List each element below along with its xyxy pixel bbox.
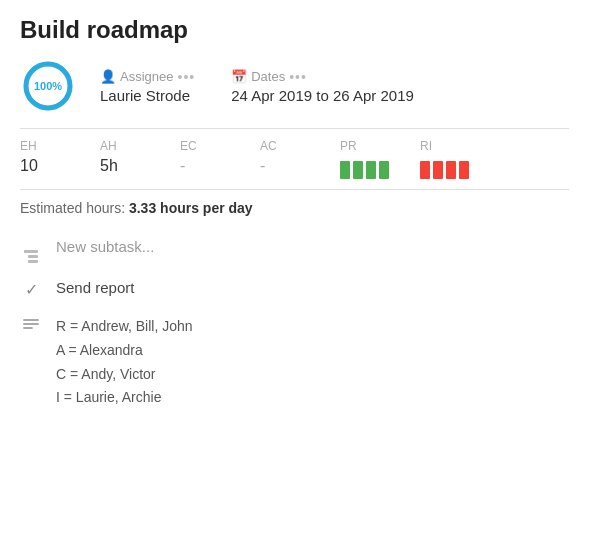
stat-ec: EC - xyxy=(180,139,260,175)
page-title: Build roadmap xyxy=(20,16,569,44)
ri-bar-1 xyxy=(420,161,430,179)
stat-ec-value: - xyxy=(180,157,260,175)
stats-row: EH 10 AH 5h EC - AC - PR RI xyxy=(20,139,569,190)
top-divider xyxy=(20,128,569,129)
task-list: New subtask... ✓ Send report R = Andrew,… xyxy=(20,230,569,418)
assignee-icon: 👤 xyxy=(100,69,116,84)
meta-block: 👤 Assignee ••• Laurie Strode 📅 Dates •••… xyxy=(100,69,414,104)
notes-line-2: A = Alexandra xyxy=(56,339,193,363)
stat-pr-bars xyxy=(340,157,420,179)
estimated-value: 3.33 hours per day xyxy=(129,200,253,216)
notes-text: R = Andrew, Bill, John A = Alexandra C =… xyxy=(56,315,193,410)
new-subtask-item[interactable]: New subtask... xyxy=(20,230,569,271)
dates-value: 24 Apr 2019 to 26 Apr 2019 xyxy=(231,87,414,104)
subtask-icon xyxy=(20,238,42,263)
stat-pr-label: PR xyxy=(340,139,420,153)
dates-dots[interactable]: ••• xyxy=(289,69,307,85)
top-row: 100% 👤 Assignee ••• Laurie Strode 📅 Date… xyxy=(20,58,569,114)
ri-bar-2 xyxy=(433,161,443,179)
ri-bar-3 xyxy=(446,161,456,179)
notes-line-3: C = Andy, Victor xyxy=(56,363,193,387)
stat-ri-label: RI xyxy=(420,139,520,153)
notes-item: R = Andrew, Bill, John A = Alexandra C =… xyxy=(20,307,569,418)
assignee-header: 👤 Assignee ••• xyxy=(100,69,195,85)
stat-ri-bars xyxy=(420,157,520,179)
assignee-field: 👤 Assignee ••• Laurie Strode xyxy=(100,69,195,104)
stat-ec-label: EC xyxy=(180,139,260,153)
stat-ah-label: AH xyxy=(100,139,180,153)
stat-eh-label: EH xyxy=(20,139,100,153)
stat-eh-value: 10 xyxy=(20,157,100,175)
stat-ah-value: 5h xyxy=(100,157,180,175)
stat-eh: EH 10 xyxy=(20,139,100,175)
estimated-row: Estimated hours: 3.33 hours per day xyxy=(20,200,569,216)
send-report-text: Send report xyxy=(56,279,134,296)
pr-bar-3 xyxy=(366,161,376,179)
assignee-value: Laurie Strode xyxy=(100,87,195,104)
assignee-dots[interactable]: ••• xyxy=(177,69,195,85)
pr-bar-2 xyxy=(353,161,363,179)
dates-field: 📅 Dates ••• 24 Apr 2019 to 26 Apr 2019 xyxy=(231,69,414,104)
new-subtask-text[interactable]: New subtask... xyxy=(56,238,154,255)
progress-label: 100% xyxy=(34,80,62,92)
dates-header: 📅 Dates ••• xyxy=(231,69,414,85)
stat-pr: PR xyxy=(340,139,420,179)
dates-label: Dates xyxy=(251,69,285,84)
notes-line-4: I = Laurie, Archie xyxy=(56,386,193,410)
send-report-item[interactable]: ✓ Send report xyxy=(20,271,569,307)
stat-ac-label: AC xyxy=(260,139,340,153)
estimated-prefix: Estimated hours: xyxy=(20,200,129,216)
stat-ah: AH 5h xyxy=(100,139,180,175)
progress-circle: 100% xyxy=(20,58,76,114)
ri-bar-4 xyxy=(459,161,469,179)
pr-bar-4 xyxy=(379,161,389,179)
checkmark-icon: ✓ xyxy=(20,279,42,299)
stat-ri: RI xyxy=(420,139,520,179)
notes-line-1: R = Andrew, Bill, John xyxy=(56,315,193,339)
stat-ac-value: - xyxy=(260,157,340,175)
assignee-label: Assignee xyxy=(120,69,173,84)
calendar-icon: 📅 xyxy=(231,69,247,84)
notes-icon xyxy=(20,315,42,337)
pr-bar-1 xyxy=(340,161,350,179)
stat-ac: AC - xyxy=(260,139,340,175)
